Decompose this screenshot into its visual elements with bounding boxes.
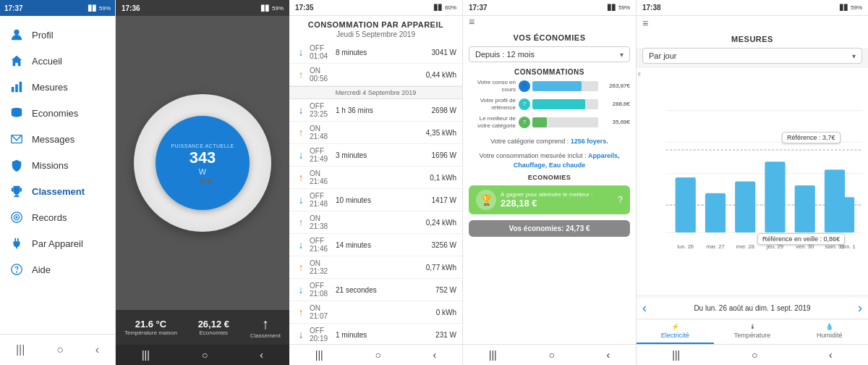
gauge-inner-circle: PUISSANCE ACTUELLE 343 W (156, 116, 250, 210)
cons-duration: 1 h 36 mins (336, 106, 421, 114)
arrow-up-icon: ↑ (295, 69, 307, 80)
sidebar-item-records[interactable]: Records (0, 204, 115, 230)
panel5-nav-menu[interactable]: ||| (672, 349, 680, 361)
panel5-nav-back[interactable]: ‹ (829, 349, 833, 361)
cons-time: OFF 21:48 (310, 192, 333, 208)
panel2-nav-back[interactable]: ‹ (260, 349, 263, 361)
sidebar-item-profil[interactable]: Profil (0, 22, 115, 48)
plug-icon (9, 235, 25, 251)
svg-rect-36 (735, 182, 755, 233)
eco-label: Economies (200, 330, 229, 336)
panel4-nav-back[interactable]: ‹ (606, 349, 610, 361)
tooltip-reference-text: Référence : 3,7€ (787, 134, 835, 141)
svg-rect-7 (14, 196, 19, 197)
sidebar-item-economies[interactable]: Economies (0, 100, 115, 126)
panel2-nav-menu[interactable]: ||| (142, 349, 150, 361)
sidebar-item-mesures[interactable]: Mesures (0, 74, 115, 100)
table-row: ↑ ON 21:38 0,24 kWh (289, 211, 462, 234)
sidebar-item-aide[interactable]: Aide (0, 256, 115, 282)
date-nav-next-icon[interactable]: › (858, 301, 862, 316)
table-row: ↓ OFF 20:19 1 minutes 231 W (289, 324, 462, 344)
panel1-nav-home[interactable]: ○ (56, 343, 64, 356)
panel5-header-row: ≡ (637, 16, 868, 30)
bar-track-3 (532, 117, 598, 127)
chart-area: € lun. 26 mar. 27 mer. 28 jeu. 29 (637, 68, 868, 295)
sidebar-label-missions: Missions (32, 160, 69, 171)
svg-rect-13 (16, 247, 17, 249)
sidebar-item-classement[interactable]: Classement (0, 178, 115, 204)
panel5-nav: ||| ○ ‹ (637, 344, 868, 365)
sidebar-item-par-appareil[interactable]: Par Appareil (0, 230, 115, 256)
tab-electricite[interactable]: ⚡ Electricité (637, 319, 714, 344)
svg-text:mer. 28: mer. 28 (736, 243, 754, 250)
cons-time: OFF 21:08 (310, 282, 333, 298)
cons-time: OFF 01:04 (310, 44, 333, 60)
panel1-nav-menu[interactable]: ||| (16, 343, 25, 356)
arrow-up-icon: ↑ (295, 127, 307, 138)
conso-bar-row-2: Votre profil de référence ? 288,6€ (469, 97, 630, 111)
panel1-nav-back[interactable]: ‹ (95, 343, 99, 356)
svg-rect-40 (842, 197, 854, 232)
panel4-header-row: ≡ (463, 16, 636, 28)
cons-duration: 14 minutes (336, 241, 421, 249)
panel3-nav-home[interactable]: ○ (375, 349, 380, 361)
panel-sidebar: 17:37 ▊▊ 59% Profil Accueil Mesures (0, 0, 116, 365)
gauge-container: -10 0 500 1k 2k 5k MAX PUISSANCE ACTUELL… (130, 91, 275, 235)
panel3-status-bar: 17:35 ▊▊ 60% (289, 0, 462, 16)
svg-rect-34 (676, 177, 696, 232)
goal-question-icon[interactable]: ? (618, 195, 623, 205)
table-row: ↓ OFF 21:46 14 minutes 3256 W (289, 234, 462, 256)
panel3-nav-back[interactable]: ‹ (433, 349, 436, 361)
bar-track-1 (532, 81, 598, 91)
panel3-date1: Jeudi 5 Septembre 2019 (289, 30, 462, 38)
svg-rect-3 (20, 82, 22, 92)
savings-inclusion-text: Votre consommation mesurée inclut : Appa… (463, 148, 636, 172)
inclusion-items: Appareils, Chauffage, Eau chaude (514, 152, 620, 169)
tab-humidite-label: Humidité (817, 332, 843, 339)
date-nav-prev-icon[interactable]: ‹ (642, 301, 647, 316)
panel4-nav-home[interactable]: ○ (548, 349, 554, 361)
bar-chart-svg: lun. 26 mar. 27 mer. 28 jeu. 29 ven. 30 … (642, 74, 862, 289)
svg-rect-11 (14, 238, 16, 242)
cons-energy: 0,77 kWh (424, 264, 456, 272)
panel4-time: 17:37 (469, 4, 488, 12)
panel3-nav-menu[interactable]: ||| (315, 349, 323, 361)
footer-stat-temp: 21.6 °C Température maison (124, 319, 177, 336)
table-row: ↑ ON 00:56 0,44 kWh (289, 64, 462, 86)
sidebar-label-classement: Classement (32, 186, 85, 197)
sidebar-item-missions[interactable]: Missions (0, 152, 115, 178)
date-nav: ‹ Du lun. 26 août au dim. 1 sept. 2019 › (637, 298, 868, 319)
arrow-up-icon: ↑ (295, 172, 307, 183)
cons-duration: 21 secondes (336, 286, 421, 294)
best-icon: ? (519, 117, 530, 128)
shield-icon (9, 157, 25, 173)
sidebar-item-accueil[interactable]: Accueil (0, 48, 115, 74)
panel4-period-label: Depuis : 12 mois (475, 50, 535, 59)
signal-icon: ▊▊ (88, 5, 97, 12)
tab-temperature[interactable]: 🌡 Température (714, 319, 791, 344)
tab-humidite[interactable]: 💧 Humidité (791, 319, 868, 344)
footer-stat-eco: 26,12 € Economies (198, 319, 229, 336)
panel5-period-dropdown[interactable]: Par jour ▾ (642, 48, 862, 64)
panel5-signal-icon: ▊▊ (840, 4, 848, 11)
consumption-list: ↓ OFF 01:04 8 minutes 3041 W ↑ ON 00:56 … (289, 41, 462, 344)
sidebar-item-messages[interactable]: Messages (0, 126, 115, 152)
cons-power: 752 W (424, 286, 456, 294)
panel4-nav-menu[interactable]: ||| (489, 349, 497, 361)
panel2-nav-home[interactable]: ○ (202, 349, 208, 361)
svg-point-10 (16, 217, 17, 218)
panel5-nav-home[interactable]: ○ (752, 349, 757, 361)
bar-fill-2 (532, 99, 585, 109)
tab-electricite-label: Electricité (661, 332, 689, 339)
sidebar-label-accueil: Accueil (32, 56, 62, 67)
panel4-hamburger[interactable]: ≡ (469, 16, 475, 28)
table-row: ↓ OFF 21:48 10 minutes 1417 W (289, 189, 462, 211)
panel4-battery-icon: 59% (618, 4, 630, 11)
panel-savings: 17:37 ▊▊ 59% ≡ VOS ÉCONOMIES Depuis : 12… (463, 0, 637, 365)
panel5-hamburger[interactable]: ≡ (642, 17, 648, 29)
eco-value: 26,12 € (198, 319, 229, 330)
svg-rect-1 (12, 87, 14, 92)
panel2-status-bar: 17:36 ▊▊ 59% (116, 0, 289, 16)
panel4-period-dropdown[interactable]: Depuis : 12 mois ▾ (469, 46, 630, 62)
panel1-icons: ▊▊ 59% (88, 5, 111, 12)
